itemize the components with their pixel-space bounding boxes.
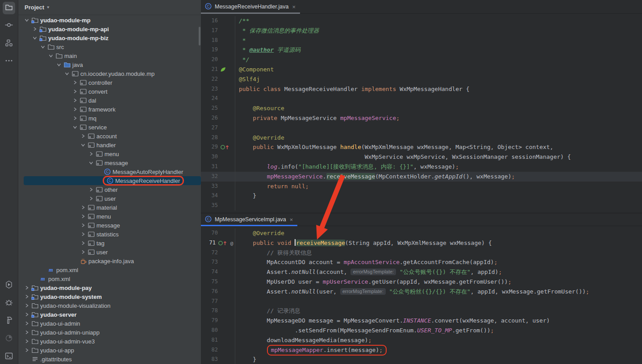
tree-item-material[interactable]: material — [18, 203, 201, 212]
terminal-button[interactable] — [3, 351, 15, 363]
chevron-collapsed-icon[interactable] — [23, 285, 30, 290]
project-panel-header[interactable]: Project ▾ — [18, 0, 201, 15]
code-line-17[interactable]: 17 * 保存微信消息的事件处理器 — [201, 26, 642, 36]
tree-item-yudao-module-mp-api[interactable]: yudao-module-mp-api — [18, 25, 201, 33]
override-at-gutter-icon[interactable]: @ — [216, 240, 235, 247]
tree-item-yudao-module-system[interactable]: yudao-module-system — [18, 292, 201, 301]
code-line-23[interactable]: 23public class MessageReceiveHandler imp… — [201, 84, 642, 94]
tree-item-yudao-ui-admin-vue3[interactable]: yudao-ui-admin-vue3 — [18, 337, 201, 346]
more-tools-button[interactable] — [3, 55, 15, 68]
code-line-20[interactable]: 20 */ — [201, 55, 642, 65]
chevron-collapsed-icon[interactable] — [79, 205, 87, 210]
tree-item-user[interactable]: user — [18, 248, 201, 256]
build-button[interactable] — [3, 315, 15, 327]
chevron-collapsed-icon[interactable] — [79, 232, 87, 236]
chevron-collapsed-icon[interactable] — [71, 116, 79, 120]
tree-item-package-info.java[interactable]: package-info.java — [18, 256, 201, 265]
editor-tab-MpMessageServiceImpl.java[interactable]: CMpMessageServiceImpl.java× — [201, 213, 297, 226]
code-line-74[interactable]: 74 Assert.notNull(account, errorMsgTempl… — [201, 267, 642, 277]
tree-item-MessageReceiveHandler[interactable]: CMessageReceiveHandler — [24, 176, 201, 185]
commit-tool-button[interactable] — [3, 20, 15, 32]
override-gutter-icon[interactable] — [218, 144, 235, 151]
code-line-71[interactable]: 71@ public void receiveMessage(String ap… — [201, 238, 642, 248]
chevron-collapsed-icon[interactable] — [31, 27, 38, 31]
code-line-33[interactable]: 33 return null; — [201, 182, 642, 191]
code-line-75[interactable]: 75 MpUserDO user = mpUserService.getUser… — [201, 277, 642, 287]
code-line-28[interactable]: 28 @Override — [201, 133, 642, 143]
tree-item-yudao-module-pay[interactable]: yudao-module-pay — [18, 283, 201, 292]
chevron-expanded-icon[interactable] — [87, 161, 95, 165]
tree-item-yudao-ui-app[interactable]: yudao-ui-app — [18, 346, 201, 355]
code-line-29[interactable]: 29 public WxMpXmlOutMessage handle(WxMpX… — [201, 142, 642, 152]
tree-item-.gitattributes[interactable]: .gitattributes — [18, 355, 201, 364]
tree-item-pom.xml[interactable]: mpom.xml — [18, 274, 201, 283]
tree-item-menu[interactable]: menu — [18, 212, 201, 221]
chevron-collapsed-icon[interactable] — [87, 152, 95, 156]
code-line-34[interactable]: 34 } — [201, 191, 642, 201]
tree-item-MessageAutoReplyHandler[interactable]: CMessageAutoReplyHandler — [18, 167, 201, 176]
tree-item-yudao-server[interactable]: yudao-server — [18, 310, 201, 319]
tree-item-yudao-ui-admin-uniapp[interactable]: yudao-ui-admin-uniapp — [18, 328, 201, 337]
tree-item-pom.xml[interactable]: mpom.xml — [18, 265, 201, 274]
tree-item-src[interactable]: src — [18, 42, 201, 51]
code-line-24[interactable]: 24 — [201, 94, 642, 103]
code-line-80[interactable]: 80 .setSendFrom(MpMessageSendFromEnum.US… — [201, 326, 642, 335]
close-icon[interactable]: × — [292, 4, 296, 10]
code-line-31[interactable]: 31 log.info("[handle][接收到请求消息, 内容: {}]",… — [201, 162, 642, 172]
project-tool-button[interactable] — [3, 2, 15, 14]
debug-button[interactable] — [3, 297, 15, 310]
tree-item-convert[interactable]: convert — [18, 87, 201, 96]
code-line-76[interactable]: 76 Assert.notNull(user, errorMsgTemplate… — [201, 287, 642, 297]
tree-item-handler[interactable]: handler — [18, 141, 201, 149]
chevron-collapsed-icon[interactable] — [23, 348, 30, 352]
chevron-collapsed-icon[interactable] — [87, 196, 95, 201]
chevron-collapsed-icon[interactable] — [23, 330, 30, 335]
tree-item-other[interactable]: other — [18, 185, 201, 194]
code-line-30[interactable]: 30 WxMpService wxMpService, WxSessionMan… — [201, 152, 642, 162]
tree-item-mq[interactable]: mq — [18, 114, 201, 123]
tree-scrollbar[interactable] — [199, 27, 200, 46]
chevron-expanded-icon[interactable] — [23, 18, 30, 22]
chevron-expanded-icon[interactable] — [63, 71, 71, 76]
chevron-expanded-icon[interactable] — [39, 45, 46, 49]
structure-tool-button[interactable] — [3, 37, 15, 50]
chevron-expanded-icon[interactable] — [31, 36, 38, 40]
tree-item-yudao-module-visualization[interactable]: yudao-module-visualization — [18, 301, 201, 310]
tree-item-framework[interactable]: framework — [18, 105, 201, 114]
code-area[interactable]: 16/**17 * 保存微信消息的事件处理器18 *19 * @author 芋… — [201, 14, 642, 211]
code-line-72[interactable]: 72 // 获得关联信息 — [201, 248, 642, 258]
code-line-19[interactable]: 19 * @author 芋道源码 — [201, 45, 642, 55]
tree-item-cn.iocoder.yudao.module.mp[interactable]: cn.iocoder.yudao.module.mp — [18, 69, 201, 78]
spring-gutter-icon[interactable] — [218, 66, 235, 73]
code-line-25[interactable]: 25 @Resource — [201, 103, 642, 113]
chevron-collapsed-icon[interactable] — [23, 339, 30, 343]
tree-item-main[interactable]: main — [18, 51, 201, 60]
code-line-32[interactable]: 32 mpMessageService.receiveMessage(MpCon… — [201, 172, 642, 182]
code-line-77[interactable]: 77 — [201, 297, 642, 306]
chevron-collapsed-icon[interactable] — [87, 187, 95, 192]
chevron-collapsed-icon[interactable] — [23, 321, 30, 326]
chevron-expanded-icon[interactable] — [79, 143, 87, 147]
chevron-collapsed-icon[interactable] — [71, 107, 79, 112]
tree-item-yudao-module-mp[interactable]: yudao-module-mp — [18, 16, 201, 25]
code-area[interactable]: 70 @Override71@ public void receiveMessa… — [201, 226, 642, 364]
code-line-26[interactable]: 26 private MpMessageService mpMessageSer… — [201, 113, 642, 123]
tree-item-java[interactable]: java — [18, 60, 201, 69]
run-button[interactable] — [3, 279, 15, 292]
tree-item-account[interactable]: account — [18, 132, 201, 141]
chevron-collapsed-icon[interactable] — [79, 223, 87, 228]
chevron-expanded-icon[interactable] — [47, 54, 54, 58]
tree-item-message[interactable]: message — [18, 158, 201, 167]
chevron-collapsed-icon[interactable] — [79, 241, 87, 245]
code-line-73[interactable]: 73 MpAccountDO account = mpAccountServic… — [201, 257, 642, 267]
chevron-collapsed-icon[interactable] — [23, 312, 30, 317]
close-icon[interactable]: × — [290, 216, 293, 223]
code-line-27[interactable]: 27 — [201, 123, 642, 133]
chevron-collapsed-icon[interactable] — [79, 250, 87, 254]
code-line-81[interactable]: 81 downloadMessageMedia(message); — [201, 335, 642, 345]
chevron-expanded-icon[interactable] — [71, 125, 79, 129]
profiler-button[interactable] — [3, 333, 15, 345]
chevron-collapsed-icon[interactable] — [23, 294, 30, 299]
chevron-collapsed-icon[interactable] — [79, 214, 87, 219]
chevron-collapsed-icon[interactable] — [71, 89, 79, 94]
